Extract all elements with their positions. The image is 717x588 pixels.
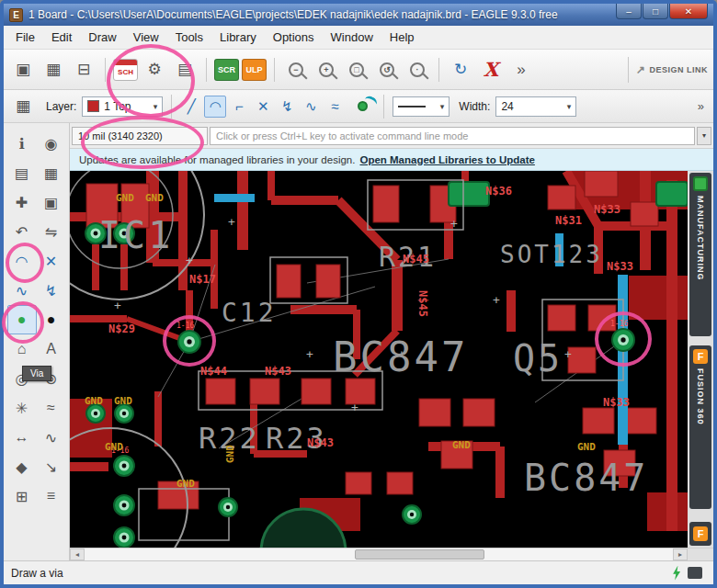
info-tool[interactable]: ℹ (7, 129, 37, 158)
smd-pad[interactable] (583, 408, 614, 434)
polygon-tool[interactable]: ⌂ (7, 334, 37, 364)
width-dropdown[interactable]: 24 ▾ (495, 96, 576, 117)
zoom-out-icon[interactable]: − (282, 56, 310, 84)
run-ulp-button[interactable]: ULP (242, 59, 267, 81)
green-pad[interactable] (449, 182, 489, 206)
wave-tool[interactable]: ∿ (37, 423, 66, 452)
stop-icon[interactable]: X (477, 56, 505, 84)
ratsnest-tool[interactable]: ✳ (7, 393, 37, 423)
bottom-layer-trace[interactable] (214, 194, 255, 202)
run-script-button[interactable]: SCR (214, 59, 239, 81)
zoom-redraw-icon[interactable]: ↺ (373, 56, 401, 84)
update-link[interactable]: Open Managed Libraries to Update (359, 154, 534, 165)
route-tool-icon[interactable] (349, 96, 375, 118)
design-link-button[interactable]: ↗ DESIGN LINK (628, 57, 708, 83)
cube-3d-tool[interactable]: ◆ (7, 452, 37, 481)
signal-tool[interactable]: ≈ (37, 393, 66, 423)
miter-cut-icon[interactable]: ✕ (252, 96, 274, 118)
fusion-bottom-button[interactable]: F (689, 522, 711, 546)
smd-pad[interactable] (373, 186, 399, 222)
wire-style-dropdown[interactable]: ▾ (393, 96, 450, 117)
minimize-button[interactable]: – (616, 4, 642, 19)
bend-free-icon[interactable]: ∿ (300, 96, 322, 118)
redraw-icon[interactable]: ↻ (447, 56, 474, 84)
menu-window[interactable]: Window (323, 28, 381, 47)
close-button[interactable]: ✕ (669, 4, 708, 19)
smd-pad[interactable] (302, 379, 331, 404)
circle-tool[interactable]: ● (37, 305, 66, 334)
command-line-input[interactable] (210, 127, 695, 145)
smd-pad[interactable] (387, 472, 413, 494)
smd-pad[interactable] (419, 399, 450, 426)
bend-90-icon[interactable]: ⌐ (228, 96, 250, 118)
route-tool[interactable]: ∿ (7, 276, 37, 305)
titlebar[interactable]: E 1 Board - C:\Users\UserA\Documents\EAG… (4, 4, 713, 26)
split-tool[interactable]: ✕ (37, 246, 66, 276)
bend-zigzag-icon[interactable]: ↯ (276, 96, 298, 118)
scroll-left-arrow[interactable]: ◂ (70, 548, 85, 560)
menu-library[interactable]: Library (211, 28, 265, 47)
save-icon[interactable]: ▦ (40, 56, 67, 84)
smd-pad[interactable] (548, 186, 575, 209)
menu-view[interactable]: View (125, 28, 167, 47)
move-tool[interactable]: ✚ (7, 187, 37, 217)
scrollbar-thumb[interactable] (355, 549, 484, 560)
feedback-icon[interactable] (688, 567, 702, 579)
grid-button[interactable]: ▦ (9, 93, 37, 120)
switch-to-schematic-icon[interactable]: SCH (113, 59, 138, 81)
menu-file[interactable]: File (7, 28, 43, 47)
bend-miter-icon[interactable]: ╱ (180, 96, 202, 118)
load-board-icon[interactable]: ▣ (9, 56, 37, 84)
display-layers-tool[interactable]: ▤ (7, 158, 37, 187)
menu-help[interactable]: Help (381, 28, 423, 47)
zoom-select-icon[interactable]: · (404, 56, 431, 84)
text-tool[interactable]: A (37, 334, 66, 364)
cam-processor-icon[interactable]: ⚙ (141, 56, 168, 84)
smd-pad[interactable] (206, 379, 235, 404)
copy-tool[interactable]: ▣ (37, 187, 66, 217)
show-tool[interactable]: ◉ (37, 129, 66, 158)
bend-arc-icon[interactable]: ◠ (204, 96, 226, 118)
scroll-right-arrow[interactable]: ▸ (673, 548, 688, 560)
ripup-tool[interactable]: ↯ (37, 276, 66, 305)
smd-pad[interactable] (625, 408, 656, 434)
menu-lines-tool[interactable]: ≡ (37, 481, 66, 511)
smd-pad[interactable] (316, 265, 340, 298)
smd-pad[interactable] (250, 379, 279, 404)
dimension-tool[interactable]: ↔ (7, 423, 37, 452)
wire-tool[interactable]: ◠ (7, 246, 37, 276)
layer-dropdown[interactable]: 1 Top ▾ (82, 96, 163, 117)
green-pad[interactable] (656, 182, 688, 206)
tab-fusion-360[interactable]: F FUSION 360 (689, 345, 711, 509)
grid-dots-tool[interactable]: ▦ (37, 158, 66, 187)
rotate-tool[interactable]: ↶ (7, 217, 37, 246)
bend-arc2-icon[interactable]: ≈ (324, 96, 346, 118)
zoom-in-icon[interactable]: + (313, 56, 340, 84)
menu-edit[interactable]: Edit (43, 28, 80, 47)
sync-lightning-icon[interactable] (671, 566, 682, 581)
smd-pad[interactable] (346, 379, 375, 404)
zoom-fit-icon[interactable]: □ (343, 56, 370, 84)
maximize-button[interactable]: □ (643, 4, 668, 19)
menu-draw[interactable]: Draw (80, 28, 124, 47)
smd-pad[interactable] (631, 202, 658, 226)
zoom-grid-tool[interactable]: ⊞ (7, 481, 37, 511)
board-canvas[interactable]: +++++++++1-161-161-16IC1R21SOT123C12BC84… (70, 171, 688, 548)
via-tool[interactable]: ● (7, 305, 37, 334)
toolbar2-overflow-icon[interactable]: » (698, 99, 708, 113)
smd-pad[interactable] (346, 472, 371, 494)
command-history-dropdown[interactable]: ▾ (697, 127, 711, 145)
mirror-tool[interactable]: ⇋ (37, 217, 66, 246)
print-icon[interactable]: ⊟ (70, 56, 97, 84)
horizontal-scrollbar[interactable]: ◂ ▸ (70, 548, 713, 560)
menu-tools[interactable]: Tools (167, 28, 211, 47)
smd-pad[interactable] (568, 347, 596, 373)
smd-pad[interactable] (585, 171, 618, 197)
tab-manufacturing[interactable]: MANUFACTURING (689, 173, 711, 336)
smd-pad[interactable] (277, 265, 301, 298)
copper-pour[interactable] (629, 276, 688, 320)
smd-pad[interactable] (463, 399, 495, 426)
scrollbar-track[interactable] (85, 548, 673, 560)
toolbar-overflow-icon[interactable]: » (507, 56, 535, 84)
board-manager-icon[interactable]: ▤ (171, 56, 199, 84)
